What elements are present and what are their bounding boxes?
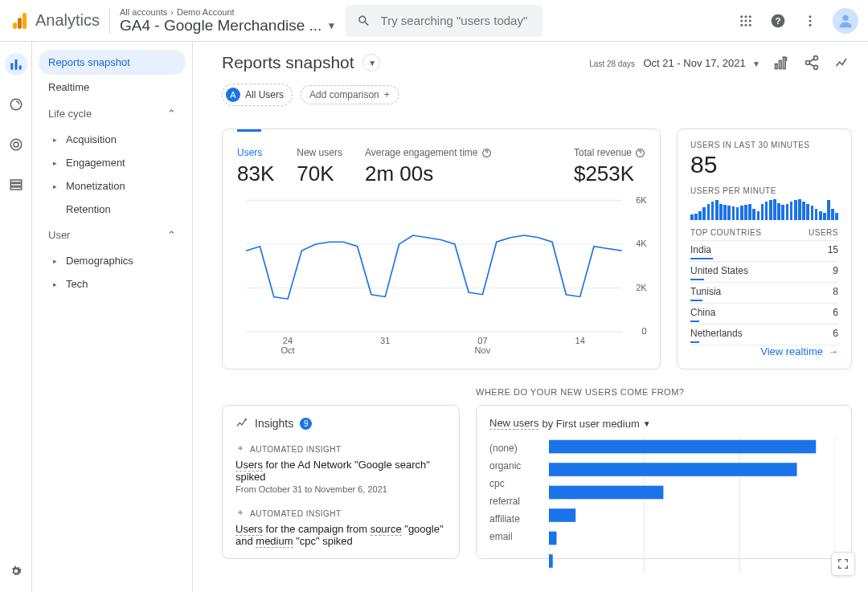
expand-button[interactable] [831,552,855,576]
nav-acquisition[interactable]: ▸Acquisition [39,128,186,151]
acq-bar-chart: (none)organiccpcreferralaffiliateemail [489,443,838,542]
insights-icon[interactable] [833,53,852,72]
rail-reports-icon[interactable] [5,53,27,76]
nav-engagement[interactable]: ▸Engagement [39,151,186,174]
share-icon[interactable] [802,53,821,72]
country-row[interactable]: Tunisia8 [690,283,838,304]
svg-point-3 [740,15,743,18]
page-title: Reports snapshot [222,53,354,72]
users-per-minute-chart [690,198,838,220]
breadcrumb: All accounts › Demo Account [120,7,336,17]
breadcrumb-root: All accounts [120,7,167,17]
metric-engagement-time[interactable]: Average engagement time 2m 00s [365,147,492,186]
svg-point-50 [245,419,246,420]
metric-users[interactable]: Users 83K [237,147,274,186]
svg-point-17 [842,14,848,20]
country-row[interactable]: China6 [690,304,838,325]
insight-item[interactable]: AUTOMATED INSIGHT Users for the Ad Netwo… [235,444,446,494]
svg-rect-19 [14,59,17,70]
nav-section-life-cycle[interactable]: Life cycle ⌃ [39,100,186,128]
audience-chip[interactable]: A All Users [222,84,293,106]
country-row[interactable]: India15 [690,241,838,262]
search-bar[interactable] [346,5,542,37]
user-avatar[interactable] [833,8,858,34]
country-row[interactable]: United States9 [690,262,838,283]
view-realtime-link[interactable]: View realtime → [690,345,838,357]
svg-rect-18 [10,63,13,70]
search-icon [357,13,371,29]
svg-rect-20 [18,66,21,70]
svg-rect-56 [549,463,797,476]
search-input[interactable] [381,14,532,27]
caret-down-icon: ▼ [643,419,651,428]
svg-rect-30 [784,57,786,68]
product-logo[interactable]: Analytics [10,11,100,31]
acq-dimension-picker[interactable]: New users by First user medium ▼ [489,417,838,430]
analytics-logo-icon [10,11,29,31]
chevron-right-icon: › [170,7,174,17]
nav-reports-snapshot[interactable]: Reports snapshot [39,50,186,75]
help-icon[interactable]: ? [768,11,788,31]
add-comparison-button[interactable]: Add comparison + [301,85,399,104]
country-row[interactable]: Netherlands6 [690,325,838,345]
chevron-up-icon: ⌃ [167,108,176,120]
rt-col-countries: TOP COUNTRIES [690,228,761,237]
svg-rect-26 [10,187,22,190]
sparkle-icon [235,444,245,454]
nav-realtime[interactable]: Realtime [39,75,186,100]
nav-monetization[interactable]: ▸Monetization [39,174,186,198]
svg-point-21 [10,99,22,110]
svg-point-15 [809,19,812,22]
svg-text:0: 0 [642,327,647,337]
customize-report-icon[interactable] [772,53,791,72]
caret-right-icon: ▸ [53,136,59,144]
svg-text:6K: 6K [636,195,647,205]
svg-text:2K: 2K [636,283,647,292]
rail-admin-icon[interactable] [5,560,27,582]
rail-explore-icon[interactable] [5,93,27,116]
metric-revenue[interactable]: Total revenue $253K [574,147,645,186]
nav-retention[interactable]: Retention [39,198,186,221]
svg-point-23 [14,142,18,147]
metric-new-users[interactable]: New users 70K [297,147,342,186]
nav-demographics[interactable]: ▸Demographics [39,249,186,272]
nav-section-user[interactable]: User ⌃ [39,221,186,249]
rt-users-label: USERS IN LAST 30 MINUTES [690,141,838,149]
svg-rect-24 [10,180,22,182]
status-chip[interactable]: ▼ [362,54,380,71]
property-name: GA4 - Google Merchandise ... [120,17,321,35]
apps-icon[interactable] [736,11,755,31]
trend-chart: 02K4K6K24Oct3107Nov14 [237,195,649,357]
svg-point-32 [806,61,810,65]
date-range-picker[interactable]: Last 28 days Oct 21 - Nov 17, 2021 ▼ [589,55,760,70]
help-circle-icon[interactable] [635,148,645,158]
svg-rect-59 [549,532,556,545]
svg-point-4 [745,15,747,18]
side-nav: Reports snapshot Realtime Life cycle ⌃ ▸… [32,42,193,592]
insights-card: Insights 9 AUTOMATED INSIGHT Users for t… [222,405,460,559]
plus-icon: + [384,89,390,100]
caret-down-icon: ▼ [326,20,336,31]
caret-right-icon: ▸ [53,159,59,167]
svg-point-6 [740,19,743,22]
svg-text:07: 07 [477,336,487,345]
svg-text:4K: 4K [636,239,647,248]
account-selector[interactable]: All accounts › Demo Account GA4 - Google… [120,7,336,35]
svg-text:24: 24 [283,336,293,345]
rail-configure-icon[interactable] [5,174,27,196]
chevron-up-icon: ⌃ [167,229,176,241]
rt-users-value: 85 [690,151,838,178]
nav-tech[interactable]: ▸Tech [39,272,186,296]
svg-text:Oct: Oct [280,345,294,355]
realtime-card: USERS IN LAST 30 MINUTES 85 USERS PER MI… [677,129,852,369]
more-vert-icon[interactable] [800,11,820,31]
svg-rect-28 [776,64,778,69]
svg-point-31 [814,56,818,60]
svg-rect-1 [18,18,22,29]
insight-item[interactable]: AUTOMATED INSIGHT Users for the campaign… [235,508,446,547]
svg-rect-29 [780,61,782,69]
svg-text:14: 14 [575,336,584,345]
insights-title: Insights [255,417,293,430]
help-circle-icon[interactable] [481,148,492,158]
rail-advertising-icon[interactable] [5,133,27,156]
